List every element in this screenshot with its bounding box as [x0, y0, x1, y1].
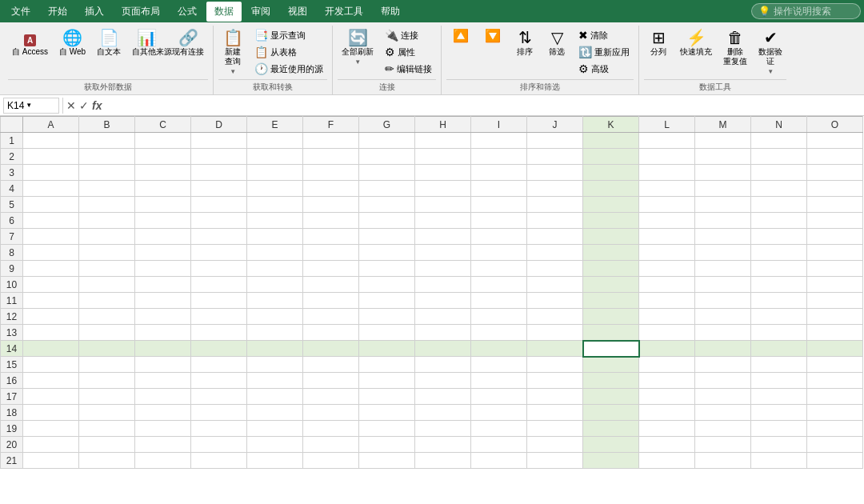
menu-item-view[interactable]: 视图: [280, 2, 315, 22]
cell-C6[interactable]: [135, 213, 191, 229]
cell-H14[interactable]: [415, 341, 471, 357]
cell-N14[interactable]: [751, 341, 807, 357]
cell-C5[interactable]: [135, 197, 191, 213]
cell-O8[interactable]: [807, 245, 863, 261]
cell-L17[interactable]: [639, 389, 695, 405]
cell-O6[interactable]: [807, 213, 863, 229]
cell-C9[interactable]: [135, 261, 191, 277]
cell-M11[interactable]: [695, 293, 751, 309]
cell-O5[interactable]: [807, 197, 863, 213]
cell-G6[interactable]: [359, 213, 415, 229]
cell-G17[interactable]: [359, 389, 415, 405]
cell-N15[interactable]: [751, 357, 807, 373]
cell-L12[interactable]: [639, 309, 695, 325]
cell-L15[interactable]: [639, 357, 695, 373]
cell-J11[interactable]: [527, 293, 583, 309]
cell-N12[interactable]: [751, 309, 807, 325]
cell-C12[interactable]: [135, 309, 191, 325]
cell-E13[interactable]: [247, 325, 303, 341]
cell-C21[interactable]: [135, 453, 191, 469]
btn-sort-desc[interactable]: 🔽: [478, 27, 507, 46]
row-header-21[interactable]: 21: [1, 453, 23, 469]
cell-N6[interactable]: [751, 213, 807, 229]
cell-L1[interactable]: [639, 133, 695, 149]
cell-N13[interactable]: [751, 325, 807, 341]
cell-F8[interactable]: [303, 245, 359, 261]
cell-I7[interactable]: [471, 229, 527, 245]
cell-O14[interactable]: [807, 341, 863, 357]
cell-N9[interactable]: [751, 261, 807, 277]
cell-F16[interactable]: [303, 373, 359, 389]
cell-N16[interactable]: [751, 373, 807, 389]
cell-H12[interactable]: [415, 309, 471, 325]
cell-D1[interactable]: [191, 133, 247, 149]
menu-item-pagelayout[interactable]: 页面布局: [114, 2, 168, 22]
cell-E15[interactable]: [247, 357, 303, 373]
row-header-17[interactable]: 17: [1, 389, 23, 405]
cell-G5[interactable]: [359, 197, 415, 213]
cell-I19[interactable]: [471, 421, 527, 437]
cell-J1[interactable]: [527, 133, 583, 149]
cell-G10[interactable]: [359, 277, 415, 293]
cell-M21[interactable]: [695, 453, 751, 469]
cell-N3[interactable]: [751, 165, 807, 181]
sheet-table-wrapper[interactable]: ABCDEFGHIJKLMNO1234567891011121314151617…: [0, 116, 864, 469]
cell-L2[interactable]: [639, 149, 695, 165]
cell-M4[interactable]: [695, 181, 751, 197]
cell-F20[interactable]: [303, 437, 359, 453]
cell-C7[interactable]: [135, 229, 191, 245]
cell-E10[interactable]: [247, 277, 303, 293]
cell-I6[interactable]: [471, 213, 527, 229]
cell-B15[interactable]: [79, 357, 135, 373]
cell-L18[interactable]: [639, 405, 695, 421]
cell-H9[interactable]: [415, 261, 471, 277]
row-header-2[interactable]: 2: [1, 149, 23, 165]
cell-B14[interactable]: [79, 341, 135, 357]
row-header-14[interactable]: 14: [1, 341, 23, 357]
cell-L16[interactable]: [639, 373, 695, 389]
cell-A3[interactable]: [23, 165, 79, 181]
cell-B8[interactable]: [79, 245, 135, 261]
search-box[interactable]: 💡: [751, 3, 861, 19]
cell-A15[interactable]: [23, 357, 79, 373]
cell-H16[interactable]: [415, 373, 471, 389]
cell-F6[interactable]: [303, 213, 359, 229]
cell-O12[interactable]: [807, 309, 863, 325]
menu-item-devtools[interactable]: 开发工具: [317, 2, 371, 22]
cell-E8[interactable]: [247, 245, 303, 261]
btn-advanced[interactable]: ⚙ 高级: [574, 61, 634, 77]
cell-D19[interactable]: [191, 421, 247, 437]
cell-K7[interactable]: [583, 229, 639, 245]
cell-O4[interactable]: [807, 181, 863, 197]
cell-C13[interactable]: [135, 325, 191, 341]
cell-D3[interactable]: [191, 165, 247, 181]
row-header-15[interactable]: 15: [1, 357, 23, 373]
cell-A7[interactable]: [23, 229, 79, 245]
cell-A18[interactable]: [23, 405, 79, 421]
cell-H13[interactable]: [415, 325, 471, 341]
cell-G3[interactable]: [359, 165, 415, 181]
cell-D21[interactable]: [191, 453, 247, 469]
cell-O11[interactable]: [807, 293, 863, 309]
cell-I9[interactable]: [471, 261, 527, 277]
col-header-H[interactable]: H: [415, 117, 471, 133]
cell-G21[interactable]: [359, 453, 415, 469]
cell-J9[interactable]: [527, 261, 583, 277]
cell-C8[interactable]: [135, 245, 191, 261]
cell-G14[interactable]: [359, 341, 415, 357]
cell-J7[interactable]: [527, 229, 583, 245]
col-header-I[interactable]: I: [471, 117, 527, 133]
cell-M2[interactable]: [695, 149, 751, 165]
col-header-A[interactable]: A: [23, 117, 79, 133]
cell-I17[interactable]: [471, 389, 527, 405]
cell-F13[interactable]: [303, 325, 359, 341]
cell-J8[interactable]: [527, 245, 583, 261]
cell-D20[interactable]: [191, 437, 247, 453]
cell-M7[interactable]: [695, 229, 751, 245]
cell-B2[interactable]: [79, 149, 135, 165]
cell-B16[interactable]: [79, 373, 135, 389]
cell-D6[interactable]: [191, 213, 247, 229]
cell-G8[interactable]: [359, 245, 415, 261]
cell-A11[interactable]: [23, 293, 79, 309]
cell-H20[interactable]: [415, 437, 471, 453]
